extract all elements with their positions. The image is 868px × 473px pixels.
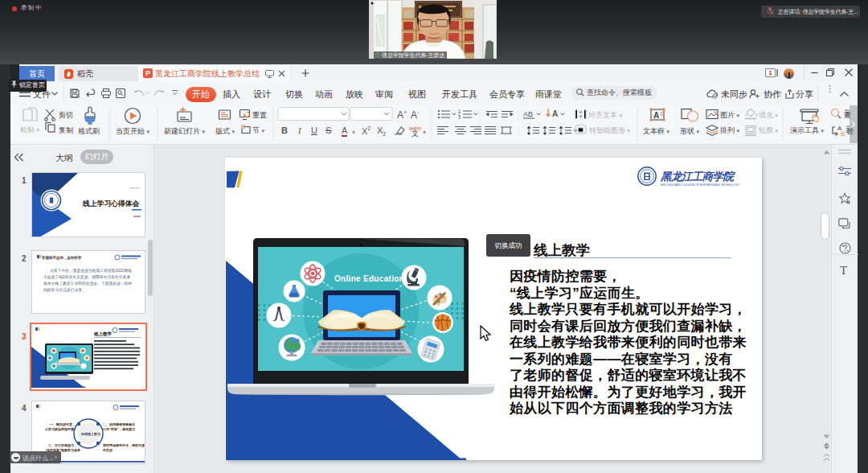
svg-text:己的“武装”，课前预习: 己的“武装”，课前预习 [103,427,135,432]
svg-text:子信息工程2班学生王彦达。很荣幸作为学生代表参: 子信息工程2班学生王彦达。很荣幸作为学生代表参 [43,274,130,280]
svg-text:HEILONGJIANG COLLEGE OF BUSINE: HEILONGJIANG COLLEGE OF BUSINESS AND TEC… [661,183,740,187]
svg-text:Online Education: Online Education [334,274,404,283]
svg-text:线上学习心得体会: 线上学习心得体会 [82,199,140,208]
svg-text:黑龙江工商学院: 黑龙江工商学院 [660,171,735,183]
svg-text:A: A [653,111,659,120]
svg-text:3: 3 [458,115,461,120]
svg-text:AB: AB [523,110,533,118]
svg-text:线上教学: 线上教学 [93,331,113,337]
svg-text:大家下午好，我是信息与机电工程学院2021级电: 大家下午好，我是信息与机电工程学院2021级电 [50,268,132,274]
svg-text:的良好: 的良好 [103,448,113,453]
svg-text:A: A [552,109,558,118]
svg-text:学期科目总结，总结所学: 学期科目总结，总结所学 [42,256,82,261]
svg-text:加本次线上教学工作阶段交流会。下面我对这一段时: 加本次线上教学工作阶段交流会。下面我对这一段时 [43,281,133,286]
svg-text:间的学习生活进行分享。: 间的学习生活进行分享。 [43,287,86,293]
svg-text:让学习娱乐获得平衡: 让学习娱乐获得平衡 [44,427,75,432]
svg-text:B: B [841,130,845,138]
